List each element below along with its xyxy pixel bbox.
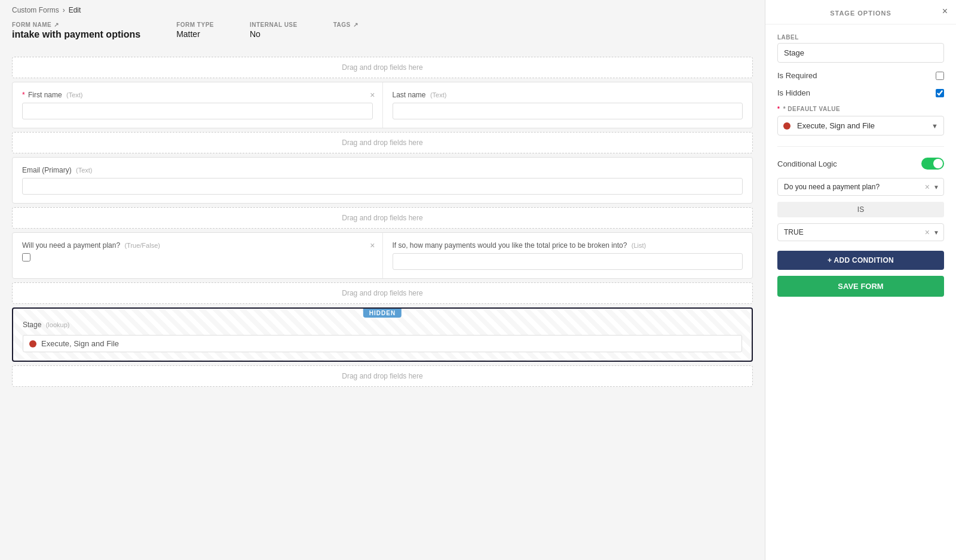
is-hidden-checkbox[interactable] bbox=[936, 89, 944, 97]
first-name-close-icon[interactable]: × bbox=[370, 91, 375, 99]
drop-zone-4[interactable]: Drag and drop fields here bbox=[12, 282, 753, 304]
payments-count-input[interactable] bbox=[393, 253, 743, 270]
email-input[interactable] bbox=[22, 178, 743, 195]
stage-label-input[interactable] bbox=[777, 43, 944, 63]
tags-label: TAGS ↗ bbox=[333, 21, 358, 28]
payments-count-field: If so, how many payments would you like … bbox=[383, 233, 753, 278]
drop-zone-1[interactable]: Drag and drop fields here bbox=[12, 57, 753, 78]
default-value-section: * * DEFAULT VALUE Execute, Sign and File… bbox=[777, 106, 944, 136]
payments-count-label: If so, how many payments would you like … bbox=[393, 241, 743, 250]
stage-field-wrapper: HIDDEN Stage (lookup) Execute, Sign and … bbox=[12, 307, 753, 362]
breadcrumb-current: Edit bbox=[69, 6, 81, 14]
conditional-logic-toggle[interactable] bbox=[921, 158, 944, 170]
hidden-badge: HIDDEN bbox=[363, 309, 402, 318]
panel-body: LABEL Is Required Is Hidden * * DEFAULT … bbox=[765, 24, 956, 251]
form-type-group: FORM TYPE Matter bbox=[176, 21, 214, 39]
stage-field-label: Stage (lookup) bbox=[23, 321, 742, 329]
conditional-logic-label: Conditional Logic bbox=[777, 159, 837, 168]
stage-dot-icon bbox=[29, 340, 36, 347]
condition-value-select[interactable]: TRUE bbox=[777, 223, 944, 241]
email-label: Email (Primary) (Text) bbox=[22, 166, 743, 174]
condition-section: Do you need a payment plan? × ▼ IS TRUE … bbox=[777, 178, 944, 241]
payment-plan-field: Will you need a payment plan? (True/Fals… bbox=[13, 233, 383, 278]
is-hidden-row: Is Hidden bbox=[777, 88, 944, 97]
is-required-checkbox[interactable] bbox=[936, 72, 944, 80]
breadcrumb-separator: › bbox=[63, 6, 65, 14]
condition-value-wrapper: TRUE × ▼ bbox=[777, 223, 944, 241]
last-name-label: Last name (Text) bbox=[393, 91, 743, 99]
payment-plan-checkbox-wrapper bbox=[22, 253, 373, 261]
is-required-label: Is Required bbox=[777, 71, 817, 80]
condition-field-select[interactable]: Do you need a payment plan? bbox=[777, 178, 944, 196]
internal-use-value: No bbox=[250, 29, 298, 39]
first-name-input[interactable] bbox=[22, 103, 373, 119]
form-row-payment: Will you need a payment plan? (True/Fals… bbox=[12, 232, 753, 279]
stage-field-value: Execute, Sign and File bbox=[23, 335, 742, 352]
payment-plan-checkbox[interactable] bbox=[22, 253, 30, 261]
first-name-field: * First name (Text) × bbox=[13, 82, 383, 128]
conditional-logic-row: Conditional Logic bbox=[777, 158, 944, 170]
is-required-row: Is Required bbox=[777, 71, 944, 80]
email-field: Email (Primary) (Text) bbox=[13, 158, 752, 203]
payment-plan-close-icon[interactable]: × bbox=[370, 241, 375, 250]
internal-use-label: INTERNAL USE bbox=[250, 21, 298, 28]
breadcrumb: Custom Forms › Edit bbox=[0, 0, 765, 18]
form-row-email: Email (Primary) (Text) bbox=[12, 157, 753, 204]
tags-group: TAGS ↗ bbox=[333, 21, 358, 28]
panel-actions: + ADD CONDITION SAVE FORM bbox=[765, 251, 956, 309]
panel-close-icon[interactable]: × bbox=[942, 6, 948, 17]
form-name-label: FORM NAME ↗ bbox=[12, 21, 140, 28]
add-condition-button[interactable]: + ADD CONDITION bbox=[777, 251, 944, 270]
stage-options-panel: × STAGE OPTIONS LABEL Is Required Is Hid… bbox=[765, 0, 956, 560]
tags-link-icon[interactable]: ↗ bbox=[353, 21, 358, 28]
form-name-link-icon[interactable]: ↗ bbox=[54, 21, 59, 28]
form-canvas: Drag and drop fields here * First name (… bbox=[0, 48, 765, 560]
form-type-label: FORM TYPE bbox=[176, 21, 214, 28]
drop-zone-5[interactable]: Drag and drop fields here bbox=[12, 365, 753, 387]
form-type-value: Matter bbox=[176, 29, 214, 39]
first-name-label: * First name (Text) bbox=[22, 91, 373, 99]
default-value-select[interactable]: Execute, Sign and File bbox=[777, 116, 944, 136]
form-row-names: * First name (Text) × Last name (Text) bbox=[12, 82, 753, 128]
default-value-select-wrapper: Execute, Sign and File ▼ bbox=[777, 116, 944, 136]
breadcrumb-parent[interactable]: Custom Forms bbox=[12, 6, 59, 14]
save-form-button[interactable]: SAVE FORM bbox=[777, 276, 944, 297]
drop-zone-2[interactable]: Drag and drop fields here bbox=[12, 132, 753, 153]
label-section-title: LABEL bbox=[777, 34, 944, 41]
form-name-value: intake with payment options bbox=[12, 29, 140, 40]
internal-use-group: INTERNAL USE No bbox=[250, 21, 298, 39]
condition-is-label: IS bbox=[777, 202, 944, 217]
condition-field-wrapper: Do you need a payment plan? × ▼ bbox=[777, 178, 944, 196]
payment-plan-label: Will you need a payment plan? (True/Fals… bbox=[22, 241, 373, 250]
is-hidden-label: Is Hidden bbox=[777, 88, 810, 97]
default-value-label: * * DEFAULT VALUE bbox=[777, 106, 944, 112]
last-name-input[interactable] bbox=[393, 103, 743, 119]
label-section: LABEL bbox=[777, 34, 944, 63]
last-name-field: Last name (Text) bbox=[383, 82, 753, 128]
form-meta: FORM NAME ↗ intake with payment options … bbox=[0, 18, 765, 48]
divider-1 bbox=[777, 146, 944, 147]
condition-value-clear-icon[interactable]: × bbox=[925, 227, 930, 237]
condition-field-clear-icon[interactable]: × bbox=[925, 182, 930, 192]
drop-zone-3[interactable]: Drag and drop fields here bbox=[12, 207, 753, 229]
form-name-group: FORM NAME ↗ intake with payment options bbox=[12, 21, 140, 40]
panel-title: STAGE OPTIONS bbox=[765, 0, 956, 24]
